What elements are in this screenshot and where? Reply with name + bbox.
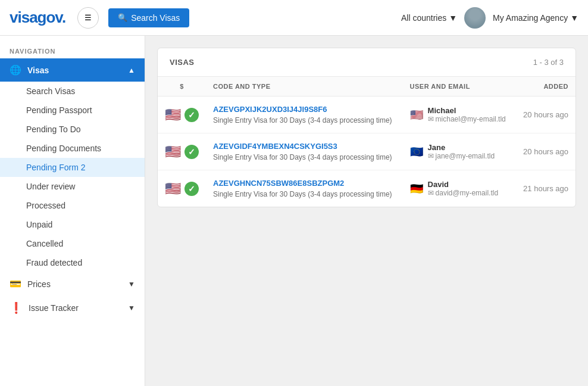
chevron-down-icon: ▼	[570, 13, 578, 23]
logo: visagov.	[10, 8, 65, 27]
code-type-cell: AZEVGIDF4YMBEXN4CSKYGI5S3 Single Entry V…	[206, 133, 403, 170]
sidebar-item-visas[interactable]: 🌐 Visas ▲	[0, 58, 145, 82]
sidebar: NAVIGATION 🌐 Visas ▲ Search Visas Pendin…	[0, 36, 145, 386]
flag-check-cell: 🇺🇸 ✓	[165, 145, 199, 159]
visa-description: Single Entry Visa for 30 Days (3-4 days …	[213, 153, 392, 161]
visa-flag: 🇺🇸	[165, 182, 181, 195]
header: visagov. ☰ 🔍 Search Visas All countries …	[0, 0, 588, 36]
sidebar-item-issue-tracker[interactable]: ❗ Issue Tracker ▼	[0, 295, 145, 320]
sidebar-item-processed[interactable]: Processed	[0, 196, 145, 215]
user-info: 🇩🇪 David ✉ david@my-email.tld	[410, 180, 508, 197]
user-name: Jane	[428, 143, 495, 152]
email-icon: ✉	[428, 115, 434, 123]
hamburger-icon: ☰	[85, 13, 92, 22]
user-email-cell: 🇺🇸 Michael ✉ michael@my-email.tld	[403, 96, 515, 133]
user-email-cell: 🇪🇺 Jane ✉ jane@my-email.tld	[403, 133, 515, 170]
user-email-column-header: USER AND EMAIL	[410, 83, 470, 90]
user-name: Michael	[428, 106, 506, 115]
chevron-down-icon: ▼	[128, 304, 135, 312]
sidebar-item-label: Issue Tracker	[29, 303, 79, 313]
user-flag: 🇺🇸	[410, 108, 423, 122]
code-type-cell: AZEVGHNCN75SBW86E8SBZPGM2 Single Entry V…	[206, 170, 403, 207]
price-column-header: $	[180, 83, 184, 90]
user-info: 🇺🇸 Michael ✉ michael@my-email.tld	[410, 106, 508, 123]
sidebar-item-search-visas[interactable]: Search Visas	[0, 82, 145, 101]
chevron-down-icon: ▼	[449, 13, 457, 23]
check-icon: ✓	[184, 182, 199, 196]
agency-button[interactable]: My Amazing Agency ▼	[493, 13, 578, 23]
sidebar-item-cancelled[interactable]: Cancelled	[0, 234, 145, 253]
visa-description: Single Entry Visa for 30 Days (3-4 days …	[213, 190, 392, 198]
search-visas-button[interactable]: 🔍 Search Visas	[108, 8, 189, 27]
user-email: ✉ michael@my-email.tld	[428, 115, 506, 123]
table-header-row: $ CODE AND TYPE USER AND EMAIL ADDED	[158, 77, 576, 96]
avatar[interactable]	[464, 7, 486, 29]
user-email: ✉ david@my-email.tld	[428, 189, 499, 197]
added-time: 21 hours ago	[515, 170, 576, 207]
user-email: ✉ jane@my-email.tld	[428, 152, 495, 160]
visas-count: 1 - 3 of 3	[533, 58, 564, 67]
header-right: All countries ▼ My Amazing Agency ▼	[401, 7, 578, 29]
code-type-column-header: CODE AND TYPE	[213, 83, 271, 90]
sidebar-item-prices[interactable]: 💳 Prices ▼	[0, 272, 145, 295]
sidebar-item-fraud-detected[interactable]: Fraud detected	[0, 253, 145, 272]
flag-check-cell: 🇺🇸 ✓	[165, 108, 199, 122]
visas-section-title: VISAS	[170, 58, 195, 67]
visas-card-header: VISAS 1 - 3 of 3	[158, 48, 576, 77]
visas-card: VISAS 1 - 3 of 3 $ CODE AND TYPE USER AN…	[157, 48, 576, 207]
sidebar-item-pending-to-do[interactable]: Pending To Do	[0, 120, 145, 139]
visa-code-link[interactable]: AZEVGPXIJK2UXD3IJ4JI9S8F6	[213, 105, 396, 114]
table-row: 🇺🇸 ✓ AZEVGHNCN75SBW86E8SBZPGM2 Single En…	[158, 170, 576, 207]
sidebar-item-pending-form-2[interactable]: Pending Form 2	[0, 158, 145, 177]
user-email-cell: 🇩🇪 David ✉ david@my-email.tld	[403, 170, 515, 207]
added-time: 20 hours ago	[515, 133, 576, 170]
all-countries-button[interactable]: All countries ▼	[401, 13, 457, 23]
email-icon: ✉	[428, 189, 434, 197]
alert-icon: ❗	[10, 301, 23, 315]
table-row: 🇺🇸 ✓ AZEVGPXIJK2UXD3IJ4JI9S8F6 Single En…	[158, 96, 576, 133]
hamburger-button[interactable]: ☰	[77, 7, 99, 29]
user-name: David	[428, 180, 499, 189]
search-icon: 🔍	[118, 13, 127, 22]
visa-description: Single Entry Visa for 30 Days (3-4 days …	[213, 116, 392, 124]
sidebar-item-pending-passport[interactable]: Pending Passport	[0, 101, 145, 120]
table-row: 🇺🇸 ✓ AZEVGIDF4YMBEXN4CSKYGI5S3 Single En…	[158, 133, 576, 170]
added-column-header: ADDED	[543, 83, 568, 90]
user-info: 🇪🇺 Jane ✉ jane@my-email.tld	[410, 143, 508, 160]
content-area: VISAS 1 - 3 of 3 $ CODE AND TYPE USER AN…	[145, 36, 588, 386]
sidebar-item-under-review[interactable]: Under review	[0, 177, 145, 196]
visa-flag: 🇺🇸	[165, 108, 181, 122]
check-icon: ✓	[184, 108, 199, 122]
code-type-cell: AZEVGPXIJK2UXD3IJ4JI9S8F6 Single Entry V…	[206, 96, 403, 133]
chevron-down-icon: ▼	[128, 280, 135, 288]
sidebar-item-label: Visas	[27, 66, 49, 75]
email-icon: ✉	[428, 152, 434, 160]
added-time: 20 hours ago	[515, 96, 576, 133]
visa-code-link[interactable]: AZEVGHNCN75SBW86E8SBZPGM2	[213, 179, 396, 188]
check-icon: ✓	[184, 145, 199, 159]
globe-icon: 🌐	[10, 64, 21, 76]
nav-section-label: NAVIGATION	[0, 41, 145, 58]
main-layout: NAVIGATION 🌐 Visas ▲ Search Visas Pendin…	[0, 36, 588, 386]
avatar-image	[464, 7, 486, 29]
flag-check-cell: 🇺🇸 ✓	[165, 182, 199, 196]
sidebar-item-pending-documents[interactable]: Pending Documents	[0, 139, 145, 158]
user-flag: 🇪🇺	[410, 145, 423, 158]
visas-table: $ CODE AND TYPE USER AND EMAIL ADDED	[158, 77, 576, 207]
user-flag: 🇩🇪	[410, 182, 423, 195]
credit-card-icon: 💳	[10, 278, 21, 290]
chevron-up-icon: ▲	[128, 66, 135, 74]
sidebar-item-unpaid[interactable]: Unpaid	[0, 215, 145, 234]
sidebar-item-label: Prices	[27, 279, 51, 289]
visa-code-link[interactable]: AZEVGIDF4YMBEXN4CSKYGI5S3	[213, 142, 396, 151]
visa-flag: 🇺🇸	[165, 145, 181, 158]
